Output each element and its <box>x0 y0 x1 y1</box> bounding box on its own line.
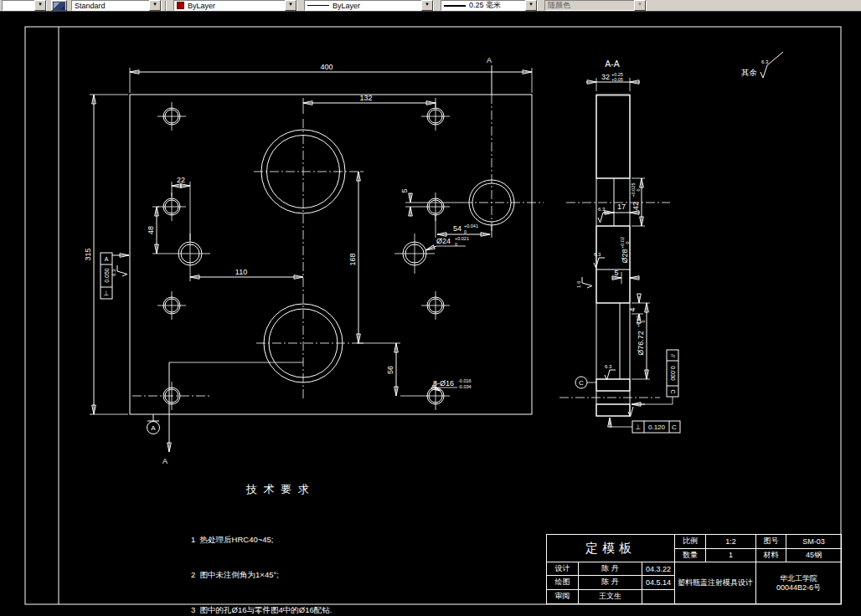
svg-text:0.030: 0.030 <box>670 366 676 381</box>
svg-text:Ø28: Ø28 <box>621 249 629 263</box>
svg-text:5: 5 <box>400 188 409 192</box>
svg-text:0: 0 <box>641 320 646 322</box>
org-name: 华北工学院 <box>780 574 817 583</box>
drawing-no-value: SM-03 <box>786 535 841 549</box>
svg-text:0: 0 <box>625 241 630 244</box>
draft-label: 绘图 <box>547 576 579 589</box>
section-arrow-top-label: A <box>487 56 492 64</box>
material-label: 材料 <box>756 549 786 563</box>
draft-name: 陈 丹 <box>579 576 642 589</box>
dim-315: 315 <box>84 95 128 414</box>
roughness-mark <box>628 407 633 417</box>
roughness-mark-left: 6.3 <box>111 265 127 276</box>
svg-text:400: 400 <box>320 63 333 71</box>
svg-text:56: 56 <box>386 366 394 374</box>
toolbar: ▼ Standard ▼ ByLayer ▼ ByLayer ▼ 0.25 毫米… <box>0 0 861 12</box>
svg-text:+0.05: +0.05 <box>611 77 623 82</box>
svg-text:C: C <box>672 424 677 431</box>
text-style-manager-button[interactable] <box>51 0 67 11</box>
dim-22: 22 <box>172 176 190 240</box>
color-value: ByLayer <box>188 2 285 10</box>
roughness-mark: 6.3 <box>605 364 616 380</box>
material-value: 45钢 <box>786 549 841 563</box>
general-roughness-note: 其余 6.3 <box>741 52 783 78</box>
chevron-down-icon[interactable]: ▼ <box>421 0 433 11</box>
svg-text:8-Ø16: 8-Ø16 <box>433 379 454 388</box>
note-item: 3 图中的孔Ø16与零件图4中的Ø16配钻. <box>191 604 332 616</box>
svg-text:0: 0 <box>636 188 641 191</box>
chevron-down-icon[interactable]: ▼ <box>149 0 161 11</box>
svg-text:4: 4 <box>628 307 637 311</box>
svg-text:Ø24: Ø24 <box>436 237 451 245</box>
dim-132: 132 <box>303 94 436 114</box>
svg-text:54: 54 <box>453 224 461 233</box>
section-arrow-bottom-label: A <box>162 457 168 465</box>
roughness-mark: 1.6 <box>576 277 592 288</box>
chevron-down-icon[interactable]: ▼ <box>34 0 46 11</box>
svg-text:132: 132 <box>359 94 372 102</box>
section-title: A-A <box>605 59 620 69</box>
svg-text://: // <box>670 354 676 357</box>
svg-text:110: 110 <box>235 268 247 276</box>
drawing-no-label: 图号 <box>756 535 786 549</box>
svg-text:+0.041: +0.041 <box>464 223 478 228</box>
plotstyle-combo[interactable]: 随颜色 ▼ <box>544 0 647 11</box>
svg-text:48: 48 <box>147 226 155 234</box>
qty-value: 1 <box>706 549 756 563</box>
svg-text:Ø76.72: Ø76.72 <box>637 331 645 356</box>
text-style-combo[interactable]: Standard ▼ <box>71 0 162 11</box>
left-partial-combo[interactable]: ▼ <box>2 0 47 11</box>
svg-text:C: C <box>670 389 676 393</box>
review-date <box>642 590 675 603</box>
dim-42: 42 +0.025 0 <box>631 178 645 226</box>
text-style-value: Standard <box>75 2 149 10</box>
datum-c: C <box>575 377 596 388</box>
svg-text:⊥: ⊥ <box>636 424 642 431</box>
svg-text:168: 168 <box>348 253 357 265</box>
chevron-down-icon[interactable]: ▼ <box>634 0 646 11</box>
svg-text:6.3: 6.3 <box>761 59 769 64</box>
callout-dia24: Ø24 +0.021 0 <box>425 236 469 250</box>
scale-value: 1:2 <box>706 535 756 549</box>
design-name: 陈 丹 <box>579 562 642 576</box>
svg-text:17: 17 <box>617 203 626 211</box>
dim-168: 168 <box>348 172 363 343</box>
chevron-down-icon[interactable]: ▼ <box>525 0 537 11</box>
lineweight-combo[interactable]: 0.25 毫米 ▼ <box>441 0 538 11</box>
scale-label: 比例 <box>675 535 706 549</box>
svg-text:0.050: 0.050 <box>104 268 110 283</box>
fcf-parallelism-c: // 0.030 C <box>632 350 678 404</box>
text-style-icon <box>53 2 65 11</box>
dim-54: 54 +0.041 0 <box>436 215 492 238</box>
roughness-mark: 6.3 <box>594 252 605 268</box>
svg-text:其余: 其余 <box>741 68 758 77</box>
color-combo[interactable]: ByLayer ▼ <box>173 0 297 11</box>
svg-text:A: A <box>151 424 156 432</box>
section-view: A-A 32 +0.25 +0.05 42 +0.025 0 17 <box>559 59 680 433</box>
dim-56: 56 <box>357 343 421 396</box>
review-label: 审阅 <box>547 590 579 603</box>
notes-title: 技 术 要 求 <box>246 482 311 497</box>
dim-110: 110 <box>190 268 303 281</box>
dim-5-section: 5 <box>612 269 639 284</box>
dim-400: 400 <box>130 63 532 93</box>
organization: 华北工学院 00044B2-6号 <box>756 562 841 603</box>
cad-model-space[interactable]: A A 400 132 315 22 <box>0 12 861 616</box>
hole-24-group <box>170 234 435 274</box>
qty-label: 数量 <box>675 549 706 563</box>
callout-8-dia16: 8-Ø16 -0.016 -0.034 <box>433 378 472 391</box>
svg-text:0: 0 <box>464 229 467 234</box>
dim-dia28: Ø28 +0.02 0 <box>620 237 630 263</box>
fcf-perpendicularity-c: ⊥ 0.120 C <box>610 418 680 433</box>
svg-text:C: C <box>579 379 584 387</box>
svg-text:6.3: 6.3 <box>111 269 116 276</box>
drawing-canvas[interactable]: A A 400 132 315 22 <box>0 12 861 616</box>
project-name: 塑料瓶盖注射模具设计 <box>675 562 756 603</box>
note-item: 1 热处理后HRC40~45; <box>191 534 332 546</box>
dim-dia76: Ø76.72 +0.02 0 <box>632 303 650 379</box>
design-date: 04.3.22 <box>642 562 675 576</box>
linetype-combo[interactable]: ByLayer ▼ <box>304 0 434 11</box>
svg-text:22: 22 <box>177 176 185 184</box>
roughness-mark: 6.3 <box>598 207 609 223</box>
chevron-down-icon[interactable]: ▼ <box>285 0 296 11</box>
